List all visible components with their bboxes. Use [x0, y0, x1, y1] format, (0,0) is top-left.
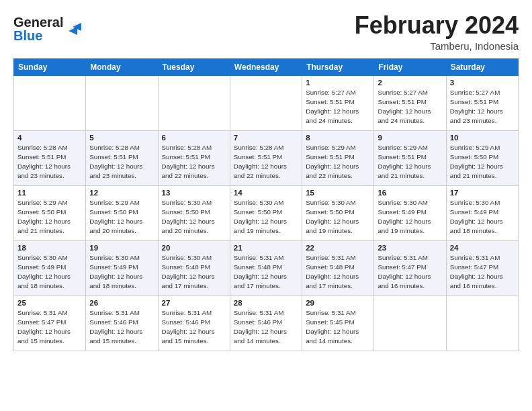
calendar-cell: [158, 75, 230, 130]
day-number: 21: [234, 244, 298, 252]
day-number: 10: [450, 134, 515, 142]
logo-text: General Blue: [13, 12, 87, 48]
day-info: Sunrise: 5:29 AM Sunset: 5:51 PM Dayligh…: [306, 143, 370, 181]
day-info: Sunrise: 5:30 AM Sunset: 5:49 PM Dayligh…: [450, 198, 515, 236]
day-number: 17: [450, 189, 515, 197]
day-info: Sunrise: 5:30 AM Sunset: 5:48 PM Dayligh…: [162, 253, 226, 291]
calendar-cell: 22Sunrise: 5:31 AM Sunset: 5:48 PM Dayli…: [302, 240, 374, 295]
calendar-cell: [14, 75, 86, 130]
day-number: 26: [89, 299, 154, 307]
day-info: Sunrise: 5:31 AM Sunset: 5:45 PM Dayligh…: [306, 308, 370, 347]
calendar-cell: 27Sunrise: 5:31 AM Sunset: 5:46 PM Dayli…: [158, 295, 230, 351]
day-number: 28: [234, 299, 298, 307]
day-number: 18: [17, 244, 82, 252]
calendar-cell: 3Sunrise: 5:27 AM Sunset: 5:51 PM Daylig…: [446, 75, 518, 130]
calendar-week-row: 11Sunrise: 5:29 AM Sunset: 5:50 PM Dayli…: [14, 185, 519, 240]
title-area: February 2024 Tamberu, Indonesia: [355, 12, 519, 52]
calendar-cell: 20Sunrise: 5:30 AM Sunset: 5:48 PM Dayli…: [158, 240, 230, 295]
calendar-cell: [86, 75, 158, 130]
calendar-cell: 2Sunrise: 5:27 AM Sunset: 5:51 PM Daylig…: [374, 75, 446, 130]
day-info: Sunrise: 5:30 AM Sunset: 5:50 PM Dayligh…: [306, 198, 370, 236]
calendar-cell: 28Sunrise: 5:31 AM Sunset: 5:46 PM Dayli…: [230, 295, 302, 351]
calendar-cell: 25Sunrise: 5:31 AM Sunset: 5:47 PM Dayli…: [14, 295, 86, 351]
calendar-cell: 23Sunrise: 5:31 AM Sunset: 5:47 PM Dayli…: [374, 240, 446, 295]
day-info: Sunrise: 5:30 AM Sunset: 5:50 PM Dayligh…: [162, 198, 226, 236]
day-of-week-friday: Friday: [374, 58, 446, 75]
day-info: Sunrise: 5:28 AM Sunset: 5:51 PM Dayligh…: [234, 143, 298, 181]
calendar-cell: 15Sunrise: 5:30 AM Sunset: 5:50 PM Dayli…: [302, 185, 374, 240]
day-info: Sunrise: 5:30 AM Sunset: 5:49 PM Dayligh…: [89, 253, 154, 291]
calendar-cell: 9Sunrise: 5:29 AM Sunset: 5:51 PM Daylig…: [374, 130, 446, 185]
calendar-cell: [374, 295, 446, 351]
day-number: 16: [378, 189, 442, 197]
svg-text:General: General: [13, 15, 63, 30]
day-info: Sunrise: 5:29 AM Sunset: 5:50 PM Dayligh…: [17, 198, 82, 236]
day-number: 5: [89, 134, 154, 142]
day-number: 24: [450, 244, 515, 252]
day-number: 23: [378, 244, 442, 252]
day-number: 13: [162, 189, 226, 197]
day-info: Sunrise: 5:31 AM Sunset: 5:47 PM Dayligh…: [378, 253, 442, 291]
calendar-header-row: SundayMondayTuesdayWednesdayThursdayFrid…: [14, 58, 519, 75]
day-info: Sunrise: 5:28 AM Sunset: 5:51 PM Dayligh…: [162, 143, 226, 181]
day-number: 3: [450, 79, 515, 87]
day-number: 11: [17, 189, 82, 197]
logo: General Blue: [13, 12, 87, 48]
day-number: 4: [17, 134, 82, 142]
day-number: 29: [306, 299, 370, 307]
header: General Blue February 2024 Tamberu, Indo…: [13, 12, 519, 52]
day-number: 22: [306, 244, 370, 252]
day-info: Sunrise: 5:27 AM Sunset: 5:51 PM Dayligh…: [306, 88, 370, 126]
calendar-cell: 16Sunrise: 5:30 AM Sunset: 5:49 PM Dayli…: [374, 185, 446, 240]
calendar-week-row: 18Sunrise: 5:30 AM Sunset: 5:49 PM Dayli…: [14, 240, 519, 295]
calendar-cell: 10Sunrise: 5:29 AM Sunset: 5:50 PM Dayli…: [446, 130, 518, 185]
day-number: 6: [162, 134, 226, 142]
day-info: Sunrise: 5:31 AM Sunset: 5:47 PM Dayligh…: [17, 308, 82, 347]
day-number: 14: [234, 189, 298, 197]
day-of-week-thursday: Thursday: [302, 58, 374, 75]
day-number: 1: [306, 79, 370, 87]
svg-text:Blue: Blue: [13, 28, 42, 43]
calendar-cell: 1Sunrise: 5:27 AM Sunset: 5:51 PM Daylig…: [302, 75, 374, 130]
calendar-cell: 6Sunrise: 5:28 AM Sunset: 5:51 PM Daylig…: [158, 130, 230, 185]
calendar-cell: 19Sunrise: 5:30 AM Sunset: 5:49 PM Dayli…: [86, 240, 158, 295]
day-of-week-sunday: Sunday: [14, 58, 86, 75]
day-number: 12: [89, 189, 154, 197]
calendar-cell: [446, 295, 518, 351]
calendar-cell: 21Sunrise: 5:31 AM Sunset: 5:48 PM Dayli…: [230, 240, 302, 295]
day-info: Sunrise: 5:29 AM Sunset: 5:50 PM Dayligh…: [450, 143, 515, 181]
day-number: 7: [234, 134, 298, 142]
day-info: Sunrise: 5:30 AM Sunset: 5:49 PM Dayligh…: [17, 253, 82, 291]
day-info: Sunrise: 5:29 AM Sunset: 5:51 PM Dayligh…: [378, 143, 442, 181]
day-info: Sunrise: 5:29 AM Sunset: 5:50 PM Dayligh…: [89, 198, 154, 236]
day-info: Sunrise: 5:31 AM Sunset: 5:46 PM Dayligh…: [234, 308, 298, 347]
calendar-cell: 7Sunrise: 5:28 AM Sunset: 5:51 PM Daylig…: [230, 130, 302, 185]
day-of-week-monday: Monday: [86, 58, 158, 75]
calendar: SundayMondayTuesdayWednesdayThursdayFrid…: [13, 58, 519, 351]
day-number: 19: [89, 244, 154, 252]
calendar-cell: 29Sunrise: 5:31 AM Sunset: 5:45 PM Dayli…: [302, 295, 374, 351]
subtitle: Tamberu, Indonesia: [355, 40, 519, 52]
day-info: Sunrise: 5:28 AM Sunset: 5:51 PM Dayligh…: [17, 143, 82, 181]
day-number: 9: [378, 134, 442, 142]
day-of-week-saturday: Saturday: [446, 58, 518, 75]
day-info: Sunrise: 5:31 AM Sunset: 5:47 PM Dayligh…: [450, 253, 515, 291]
day-of-week-wednesday: Wednesday: [230, 58, 302, 75]
day-info: Sunrise: 5:31 AM Sunset: 5:46 PM Dayligh…: [89, 308, 154, 347]
day-info: Sunrise: 5:31 AM Sunset: 5:46 PM Dayligh…: [162, 308, 226, 347]
day-info: Sunrise: 5:28 AM Sunset: 5:51 PM Dayligh…: [89, 143, 154, 181]
calendar-cell: 26Sunrise: 5:31 AM Sunset: 5:46 PM Dayli…: [86, 295, 158, 351]
calendar-cell: 11Sunrise: 5:29 AM Sunset: 5:50 PM Dayli…: [14, 185, 86, 240]
day-info: Sunrise: 5:30 AM Sunset: 5:49 PM Dayligh…: [378, 198, 442, 236]
day-number: 15: [306, 189, 370, 197]
calendar-week-row: 4Sunrise: 5:28 AM Sunset: 5:51 PM Daylig…: [14, 130, 519, 185]
day-info: Sunrise: 5:30 AM Sunset: 5:50 PM Dayligh…: [234, 198, 298, 236]
calendar-cell: 18Sunrise: 5:30 AM Sunset: 5:49 PM Dayli…: [14, 240, 86, 295]
page: General Blue February 2024 Tamberu, Indo…: [0, 0, 532, 358]
day-info: Sunrise: 5:31 AM Sunset: 5:48 PM Dayligh…: [234, 253, 298, 291]
calendar-week-row: 1Sunrise: 5:27 AM Sunset: 5:51 PM Daylig…: [14, 75, 519, 130]
calendar-cell: 13Sunrise: 5:30 AM Sunset: 5:50 PM Dayli…: [158, 185, 230, 240]
day-info: Sunrise: 5:27 AM Sunset: 5:51 PM Dayligh…: [378, 88, 442, 126]
day-number: 20: [162, 244, 226, 252]
day-info: Sunrise: 5:27 AM Sunset: 5:51 PM Dayligh…: [450, 88, 515, 126]
